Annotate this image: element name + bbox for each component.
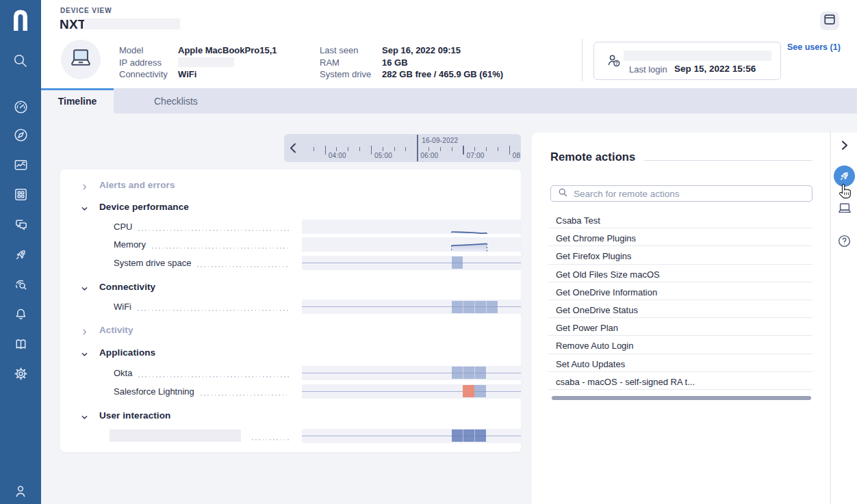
segment-divider <box>463 429 463 442</box>
metric-label: Okta <box>114 368 132 378</box>
sidebar-apps-grid-icon[interactable] <box>0 185 41 205</box>
sidebar-dashboard-gauge-icon[interactable] <box>0 96 41 117</box>
remote-action-item[interactable]: Csaba Test <box>548 211 813 228</box>
help-button[interactable] <box>831 234 857 248</box>
event-block-blue[interactable] <box>452 367 486 379</box>
minor-tick <box>405 147 406 152</box>
horizontal-scrollbar[interactable] <box>552 396 811 400</box>
remote-action-item[interactable]: Get OneDrive Information <box>548 282 813 300</box>
sidebar-chat-bubbles-icon[interactable] <box>0 215 41 235</box>
redacted-label <box>110 429 241 442</box>
event-block-darkblue[interactable] <box>452 429 486 442</box>
remote-actions-title: Remote actions <box>550 150 635 163</box>
group-label: User interaction <box>99 407 170 425</box>
tab-checklists[interactable]: Checklists <box>114 90 198 114</box>
event-block-red[interactable] <box>463 385 474 397</box>
chevron-down-icon[interactable] <box>81 283 88 295</box>
dotted-leader <box>252 432 289 440</box>
dotted-leader <box>197 258 289 267</box>
remote-action-item[interactable]: Get Chrome Plugins <box>548 228 813 246</box>
remote-action-item[interactable]: csaba - macOS - self-signed RA t... <box>548 372 813 390</box>
timeline-group-connectivity[interactable]: Connectivity <box>60 278 521 296</box>
info-row: ConnectivityWiFi <box>119 68 277 81</box>
track-midline <box>302 373 521 373</box>
segment-divider <box>463 301 463 313</box>
event-block-blue[interactable] <box>452 301 498 313</box>
event-block-blue[interactable] <box>474 385 486 397</box>
metric-label: Salesforce Lightning <box>114 386 194 397</box>
sidebar-bell-icon[interactable] <box>0 304 41 325</box>
sidebar-rocket-icon[interactable] <box>0 244 41 265</box>
time-axis: 04:0005:0006:0007:0008:0016-09-2022 <box>284 134 521 162</box>
chevron-down-icon[interactable] <box>81 203 88 215</box>
sidebar-compass-icon[interactable] <box>0 125 41 146</box>
chevron-right-icon[interactable] <box>81 326 88 339</box>
dotted-leader <box>138 302 289 311</box>
remote-action-item[interactable]: Set Auto Updates <box>548 354 813 372</box>
date-tick <box>417 135 418 161</box>
sidebar-book-icon[interactable] <box>0 334 41 354</box>
metric-label: System drive space <box>114 258 191 268</box>
minor-tick <box>314 147 314 152</box>
sidebar-experience-search-icon[interactable] <box>0 274 41 295</box>
event-block-blue[interactable] <box>452 256 463 269</box>
chevron-down-icon[interactable] <box>81 412 88 424</box>
minor-tick <box>336 147 337 152</box>
info-label: Connectivity <box>119 69 178 79</box>
track-midline <box>302 436 521 436</box>
track-midline <box>302 263 521 263</box>
chevron-right-icon[interactable] <box>81 181 88 194</box>
hour-tick <box>371 146 372 155</box>
tab-checklists-label: Checklists <box>154 96 198 107</box>
sidebar-user-icon[interactable] <box>0 481 41 501</box>
segment-divider <box>474 429 475 442</box>
remote-action-item[interactable]: Remove Auto Login <box>548 336 813 354</box>
sidebar-search-icon[interactable] <box>0 51 41 71</box>
timeline-group-device-performance[interactable]: Device performance <box>60 198 521 216</box>
timeline-group-user-interaction[interactable]: User interaction <box>60 407 521 425</box>
group-label: Activity <box>99 321 133 339</box>
remote-action-item[interactable]: Get Power Plan <box>548 318 813 336</box>
tab-timeline-label: Timeline <box>58 96 97 107</box>
panel-toggle-button[interactable] <box>820 12 839 30</box>
user-question-icon: ? <box>606 53 623 72</box>
chevron-down-icon[interactable] <box>81 349 88 361</box>
last-login-value: Sep 15, 2022 15:56 <box>674 64 756 74</box>
timeline-group-applications[interactable]: Applications <box>60 344 521 362</box>
device-view-eyebrow: DEVICE VIEW <box>60 7 112 14</box>
timeline-group-alerts-and-errors[interactable]: Alerts and errors <box>60 176 521 194</box>
search-input[interactable] <box>574 189 812 199</box>
axis-date-label: 16-09-2022 <box>422 137 458 144</box>
timeline-track <box>302 220 521 234</box>
metric-line-chart <box>302 220 521 234</box>
user-card[interactable]: ? Last login Sep 15, 2022 15:56 <box>593 42 781 80</box>
panel-chevron-right-icon[interactable] <box>831 140 857 151</box>
group-label: Alerts and errors <box>99 176 175 194</box>
group-label: Applications <box>99 344 155 362</box>
see-users-link[interactable]: See users (1) <box>787 42 841 52</box>
sidebar-monitor-chart-icon[interactable] <box>0 155 41 175</box>
laptop-icon <box>67 47 94 73</box>
dotted-leader <box>201 387 289 396</box>
tab-timeline[interactable]: Timeline <box>41 88 114 114</box>
device-laptop-button[interactable] <box>831 201 857 215</box>
metric-label: WiFi <box>114 302 131 312</box>
remote-action-item[interactable]: Get OneDrive Status <box>548 300 813 318</box>
timeline-row-system-drive-space: System drive space <box>60 254 521 271</box>
timeline-group-activity[interactable]: Activity <box>60 321 521 339</box>
remote-action-item[interactable]: Get Old Files Size macOS <box>548 265 813 282</box>
timeline-track <box>302 366 521 380</box>
timeline-track <box>302 384 521 399</box>
remote-action-item[interactable]: Get Firefox Plugins <box>548 246 813 264</box>
info-value: 282 GB free / 465.9 GB (61%) <box>382 69 503 79</box>
segment-divider <box>474 301 475 313</box>
nexthink-logo[interactable] <box>0 10 41 30</box>
sidebar-gear-icon[interactable] <box>0 364 41 384</box>
minor-tick <box>348 147 348 152</box>
sidebar <box>0 0 41 504</box>
timeline-row-memory: Memory <box>60 236 521 254</box>
hour-tick-label: 07:00 <box>466 152 484 159</box>
axis-chevron-left-icon[interactable] <box>289 142 297 157</box>
remote-actions-panel: Remote actions Csaba TestGet Chrome Plug… <box>532 133 830 504</box>
info-value: Apple MacBookPro15,1 <box>178 45 277 55</box>
